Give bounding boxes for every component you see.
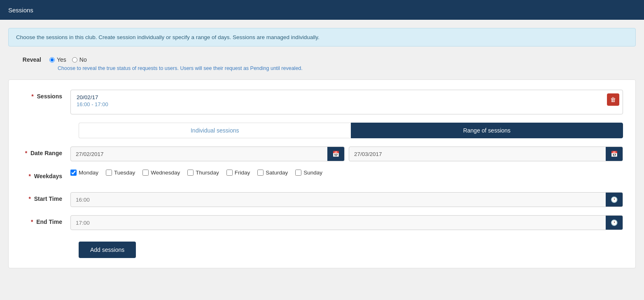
end-time-wrapper: 🕐 <box>70 215 623 230</box>
session-date: 20/02/17 <box>77 94 617 100</box>
tabs-row: Individual sessions Range of sessions <box>79 123 623 138</box>
main-content: Choose the sessions in this club. Create… <box>0 20 644 277</box>
weekday-tuesday[interactable]: Tuesday <box>106 170 135 176</box>
start-time-control: 🕐 <box>70 192 623 207</box>
calendar-start-icon: 📅 <box>332 151 339 157</box>
clock-start-icon: 🕐 <box>611 196 618 203</box>
reveal-label: Reveal <box>16 56 49 63</box>
reveal-yes-radio[interactable] <box>49 57 55 63</box>
weekday-monday[interactable]: Monday <box>70 170 98 176</box>
date-start-input[interactable] <box>71 147 327 161</box>
weekday-wednesday-checkbox[interactable] <box>142 170 149 176</box>
weekdays-control: Monday Tuesday Wednesday Thursday <box>70 170 623 184</box>
reveal-yes-option[interactable]: Yes <box>49 56 66 63</box>
weekday-saturday-checkbox[interactable] <box>257 170 264 176</box>
start-time-row: * Start Time 🕐 <box>21 192 623 207</box>
tab-range-sessions[interactable]: Range of sessions <box>351 123 623 138</box>
reveal-yes-label: Yes <box>57 56 66 63</box>
weekdays-required-star: * <box>28 173 30 179</box>
weekdays-row: * Weekdays Monday Tuesday Wednesday <box>21 170 623 184</box>
date-start-wrapper: 📅 <box>70 147 345 161</box>
tab-individual-sessions[interactable]: Individual sessions <box>79 123 351 138</box>
end-time-required-star: * <box>31 219 33 225</box>
start-time-input[interactable] <box>71 193 606 207</box>
clock-end-icon: 🕐 <box>611 219 618 226</box>
add-sessions-button[interactable]: Add sessions <box>79 242 136 258</box>
weekday-friday[interactable]: Friday <box>226 170 250 176</box>
add-sessions-section: Add sessions <box>21 238 623 258</box>
date-range-row: * Date Range 📅 📅 <box>21 147 623 161</box>
weekdays-list: Monday Tuesday Wednesday Thursday <box>70 170 623 176</box>
header-title: Sessions <box>8 7 33 14</box>
session-time: 16:00 - 17:00 <box>77 101 617 107</box>
calendar-end-icon: 📅 <box>611 151 618 157</box>
weekday-thursday[interactable]: Thursday <box>187 170 219 176</box>
info-box: Choose the sessions in this club. Create… <box>8 28 636 47</box>
sessions-label: * Sessions <box>21 90 70 100</box>
sessions-box: 20/02/17 16:00 - 17:00 🗑 <box>70 90 623 114</box>
reveal-hint: Choose to reveal the true status of requ… <box>58 65 636 71</box>
end-time-label: * End Time <box>21 215 70 225</box>
date-range-control: 📅 📅 <box>70 147 623 161</box>
weekday-sunday[interactable]: Sunday <box>295 170 322 176</box>
date-range-label: * Date Range <box>21 147 70 156</box>
date-required-star: * <box>25 150 27 156</box>
weekday-tuesday-checkbox[interactable] <box>106 170 112 176</box>
reveal-no-option[interactable]: No <box>72 56 87 63</box>
start-time-label: * Start Time <box>21 192 70 202</box>
delete-session-button[interactable]: 🗑 <box>607 93 619 106</box>
date-end-wrapper: 📅 <box>349 147 623 161</box>
sessions-required-star: * <box>31 93 33 100</box>
info-text: Choose the sessions in this club. Create… <box>16 34 320 40</box>
reveal-no-label: No <box>79 56 87 63</box>
weekdays-label: * Weekdays <box>21 170 70 179</box>
weekday-monday-checkbox[interactable] <box>70 170 77 176</box>
end-time-row: * End Time 🕐 <box>21 215 623 230</box>
end-time-clock-button[interactable]: 🕐 <box>606 216 623 230</box>
date-start-calendar-button[interactable]: 📅 <box>327 147 344 161</box>
reveal-no-radio[interactable] <box>72 57 77 63</box>
trash-icon: 🗑 <box>610 96 616 103</box>
start-time-wrapper: 🕐 <box>70 192 623 207</box>
end-time-control: 🕐 <box>70 215 623 230</box>
weekday-wednesday[interactable]: Wednesday <box>142 170 180 176</box>
start-time-required-star: * <box>28 195 30 202</box>
date-end-calendar-button[interactable]: 📅 <box>606 147 623 161</box>
weekday-sunday-checkbox[interactable] <box>295 170 301 176</box>
end-time-input[interactable] <box>71 216 606 230</box>
sessions-row: * Sessions 20/02/17 16:00 - 17:00 🗑 <box>21 90 623 114</box>
start-time-clock-button[interactable]: 🕐 <box>606 193 623 207</box>
weekday-friday-checkbox[interactable] <box>226 170 233 176</box>
weekday-saturday[interactable]: Saturday <box>257 170 288 176</box>
form-card: * Sessions 20/02/17 16:00 - 17:00 🗑 Indi… <box>8 79 636 268</box>
page-header: Sessions <box>0 0 644 20</box>
weekday-thursday-checkbox[interactable] <box>187 170 194 176</box>
sessions-control: 20/02/17 16:00 - 17:00 🗑 <box>70 90 623 114</box>
date-end-input[interactable] <box>349 147 606 161</box>
